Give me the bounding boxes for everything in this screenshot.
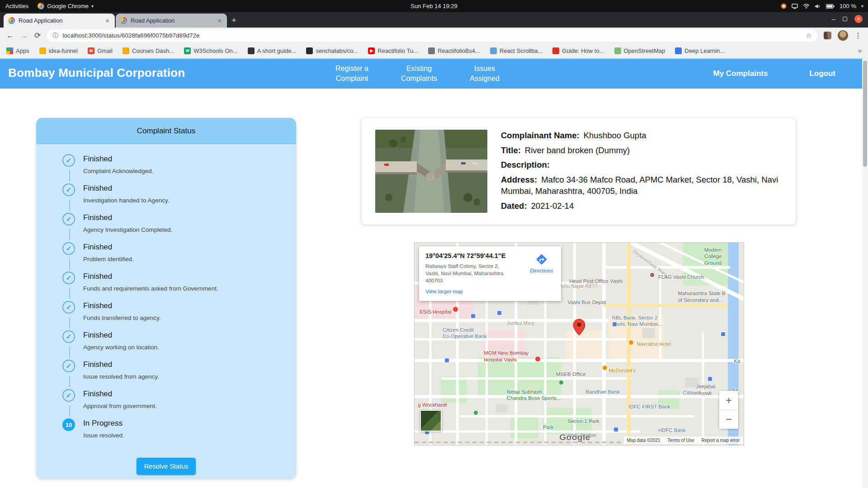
bookmark-item[interactable]: A short guide... <box>248 47 297 54</box>
tab-close-icon[interactable]: × <box>104 17 110 24</box>
bookmarks-overflow-icon[interactable]: » <box>858 47 862 54</box>
directions-panel[interactable]: Directions <box>522 246 561 301</box>
forward-button[interactable]: → <box>20 31 28 40</box>
maximize-button[interactable] <box>843 17 847 21</box>
map-label: Maharashtra State B of Secondary and... <box>678 290 725 303</box>
browser-tab[interactable]: Road Application × <box>116 14 227 28</box>
minimize-button[interactable]: – <box>832 17 835 21</box>
status-step: ✓ Finished Agency working on location. <box>62 330 296 360</box>
directions-label[interactable]: Directions <box>530 268 553 273</box>
step-circle-icon: ✓ <box>62 154 75 167</box>
field-value: Khushboo Gupta <box>584 131 646 140</box>
screen-record-icon <box>781 3 787 9</box>
step-circle-icon: ✓ <box>62 360 75 372</box>
status-step: ✓ Finished Issue resolved from agency. <box>62 360 296 389</box>
bookmark-label: Guide: How to... <box>562 47 604 54</box>
view-larger-map-link[interactable]: View larger map <box>425 289 463 294</box>
map-info-card: 19°04'25.4"N 72°59'44.1"E Railways Staff… <box>419 246 561 301</box>
bookmark-favicon-icon <box>428 47 435 54</box>
new-tab-button[interactable]: + <box>231 15 236 25</box>
bookmark-item[interactable]: idea-funnel <box>39 47 78 54</box>
bookmark-item[interactable]: Courses Dash... <box>123 47 174 54</box>
wifi-icon <box>803 4 810 9</box>
chrome-icon <box>38 3 44 9</box>
tray-chevron-icon: ▾ <box>861 4 863 9</box>
bookmark-item[interactable]: Deep Learnin... <box>675 47 725 54</box>
step-circle-icon: ✓ <box>62 330 75 343</box>
bookmark-item[interactable]: OpenStreetMap <box>614 47 665 54</box>
step-detail: Issue resolved from agency. <box>83 373 159 380</box>
step-connector <box>69 200 70 211</box>
map-embed[interactable]: Modern College Ground Dnyaneshwar Marg H… <box>414 242 744 446</box>
step-detail: Issue resolved. <box>83 432 124 439</box>
page-scrollbar[interactable] <box>862 59 868 488</box>
status-step: ✓ Finished Complaint Acknowledged. <box>62 154 296 183</box>
nav-link[interactable]: My Complaints <box>713 69 768 78</box>
status-step: ✓ Finished Approval from government. <box>62 389 296 418</box>
activities-button[interactable]: Activities <box>5 3 28 9</box>
step-detail: Funds and requirements asked from Govern… <box>83 285 218 292</box>
bookmark-star-icon[interactable]: ☆ <box>806 32 812 40</box>
complaint-field: Complainant Name:Khushboo Gupta <box>501 130 782 141</box>
status-step: ✓ Finished Investigation handed to Agenc… <box>62 183 296 213</box>
site-info-icon[interactable]: ⓘ <box>52 32 58 40</box>
step-detail: Funds transferred to agency. <box>83 314 161 321</box>
nav-link[interactable]: Logout <box>809 69 835 78</box>
bookmark-item[interactable]: React Scrollba... <box>490 47 542 54</box>
back-button[interactable]: ← <box>6 31 14 40</box>
step-detail: Approval from government. <box>83 403 157 409</box>
tab-strip: Road Application × Road Application × + … <box>0 12 868 28</box>
close-window-button[interactable]: × <box>854 15 863 23</box>
step-circle-icon: ✓ <box>62 272 75 284</box>
zoom-out-button[interactable]: − <box>719 410 738 429</box>
bookmark-item[interactable]: W W3Schools On... <box>184 47 238 54</box>
url-text[interactable]: localhost:3000/status/6028fa696f0075b97d… <box>62 32 802 39</box>
map-attribution-item[interactable]: Report a map error <box>702 438 740 443</box>
field-label: Address: <box>501 175 537 184</box>
bookmark-item[interactable]: M Gmail <box>88 47 113 54</box>
display-icon <box>792 4 798 9</box>
app-menu[interactable]: Google Chrome ▾ <box>38 3 94 9</box>
bookmark-item[interactable]: ▶ Reactifolio Tu... <box>368 47 418 54</box>
map-label: FLAG Vashi Church <box>658 274 704 280</box>
nav-item[interactable]: Existing Complaints <box>401 64 437 83</box>
address-bar[interactable]: ⓘ localhost:3000/status/6028fa696f0075b9… <box>47 29 817 42</box>
google-logo: Google <box>559 432 590 442</box>
nav-item[interactable]: Register a Complaint <box>335 64 368 83</box>
browser-tab[interactable]: Road Application × <box>4 14 115 28</box>
bookmark-item[interactable]: ReactifolioBs4... <box>428 47 480 54</box>
system-tray[interactable]: 100 % ▾ <box>781 3 863 9</box>
map-poi-icon <box>721 332 726 337</box>
map-poi-icon <box>474 411 478 415</box>
bookmark-label: ReactifolioBs4... <box>438 47 480 54</box>
nav-item[interactable]: Issues Assigned <box>470 64 500 83</box>
scrollbar-thumb[interactable] <box>863 61 867 167</box>
field-value: Mafco 34-36 Mafco Road, APMC Market, Sec… <box>501 175 778 196</box>
reload-button[interactable]: ⟳ <box>34 31 41 40</box>
extension-icon[interactable] <box>824 32 831 39</box>
bookmark-item[interactable]: Guide: How to... <box>552 47 604 54</box>
map-label: Juhu Nagar Rd <box>559 283 591 289</box>
map-info-address: Railways Staff Colony, Sector 2, Vashi, … <box>425 263 516 284</box>
tab-close-icon[interactable]: × <box>217 17 222 24</box>
step-connector <box>69 258 70 270</box>
browser-menu-icon[interactable]: ⋮ <box>854 31 862 40</box>
map-attribution-item[interactable]: Terms of Use <box>668 438 694 443</box>
complaint-details-card: Complainant Name:Khushboo Gupta Title:Ri… <box>362 118 796 225</box>
map-label: Park <box>543 424 554 430</box>
bookmark-item[interactable]: senchalabs/co... <box>306 47 358 54</box>
tab-favicon-icon <box>120 17 127 24</box>
tab-favicon-icon <box>8 17 15 24</box>
map-attribution-item: Map data ©2021 <box>627 438 660 443</box>
satellite-toggle-thumbnail[interactable] <box>420 410 442 432</box>
step-connector <box>69 347 70 358</box>
volume-icon <box>815 4 821 9</box>
zoom-in-button[interactable]: + <box>719 391 738 410</box>
map-poi-icon <box>444 358 449 363</box>
complaint-photo <box>375 130 487 213</box>
bookmark-item[interactable]: Apps <box>6 47 29 54</box>
clock[interactable]: Sun Feb 14 19:29 <box>410 3 457 9</box>
step-state: Finished <box>83 360 159 369</box>
profile-avatar[interactable] <box>838 30 848 41</box>
resolve-status-button[interactable]: Resolve Status <box>137 458 196 475</box>
